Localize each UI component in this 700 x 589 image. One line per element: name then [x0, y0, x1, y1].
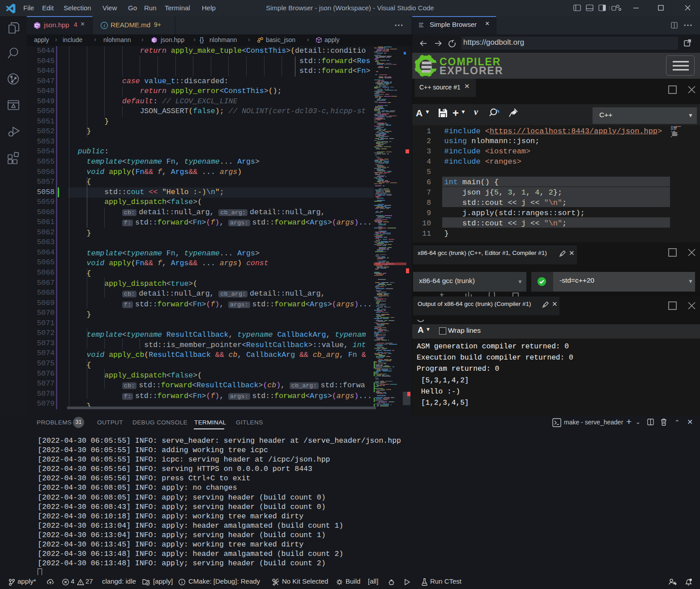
- svg-text:C: C: [152, 38, 155, 42]
- svg-text:i: i: [103, 23, 105, 28]
- svg-text:+: +: [38, 23, 40, 26]
